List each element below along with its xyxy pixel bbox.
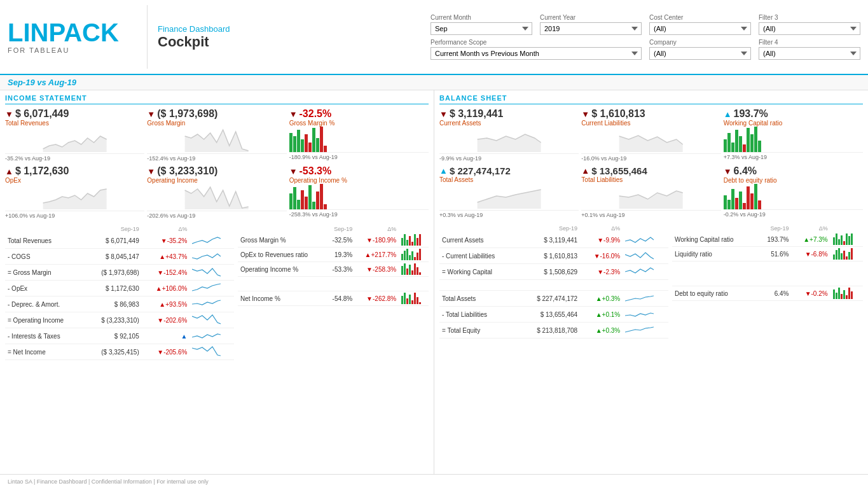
kpi-value-wcr: 193.7% <box>734 108 768 120</box>
table-row: = Working Capital $ 1,508,629 ▼-2.3% <box>439 264 668 280</box>
kpi-operating-income: ▼ ($ 3,233,310) Operating Income -202.6%… <box>147 165 286 219</box>
company-label: Company <box>649 39 751 46</box>
title-area: Finance Dashboard Cockpit <box>148 5 230 69</box>
current-year-select[interactable]: 2019 <box>540 22 642 35</box>
table-row: - Interests & Taxes $ 92,105 ▲ <box>5 328 234 344</box>
filter-performance-scope: Performance Scope Current Month vs Previ… <box>431 39 642 60</box>
bs-table-right: Sep-19 Δ% Working Capital ratio 193.7% ▲… <box>672 222 863 338</box>
kpi-arrow-opex: ▲ <box>5 167 13 176</box>
income-table-left: Sep-19 Δ% Total Revenues $ 6,071,449 ▼-3… <box>5 223 234 360</box>
company-select[interactable]: (All) <box>649 47 751 60</box>
kpi-comparison-oi-pct: -258.3% vs Aug-19 <box>289 211 429 218</box>
table-row: - Total Liabilities $ 13,655,464 ▲+0.1% <box>439 307 668 323</box>
income-statement-title: INCOME STATEMENT <box>5 94 429 104</box>
kpi-working-capital-ratio: ▲ 193.7% Working Capital ratio <box>724 108 863 162</box>
table-row: Working Capital ratio 193.7% ▲+7.3% <box>672 232 863 247</box>
filter-3: Filter 3 (All) <box>759 14 860 35</box>
bs-ratios-table: Sep-19 Δ% Working Capital ratio 193.7% ▲… <box>672 225 863 301</box>
kpi-value-opex: $ 1,172,630 <box>15 165 69 177</box>
kpi-value-ca: $ 3,119,441 <box>450 108 504 120</box>
svg-marker-6 <box>478 190 541 209</box>
sparkline-oi <box>147 184 286 209</box>
filter4-label: Filter 4 <box>759 39 860 46</box>
svg-marker-7 <box>619 191 683 209</box>
table-row: Total Revenues $ 6,071,449 ▼-35.2% <box>5 233 234 249</box>
kpi-name-gm: Gross Margin <box>147 120 286 127</box>
kpi-value-oi-pct: -53.3% <box>300 165 332 177</box>
svg-marker-5 <box>619 136 683 152</box>
table-row <box>238 277 429 291</box>
balance-sheet-panel: BALANCE SHEET ▼ $ 3,119,441 Current Asse… <box>434 90 868 474</box>
kpi-value-tl: $ 13,655,464 <box>591 165 647 176</box>
kpi-arrow-cl: ▼ <box>581 109 589 119</box>
kpi-gross-margin-pct: ▼ -32.5% Gross Margin % -180 <box>289 108 429 162</box>
kpi-debt-equity-ratio: ▼ 6.4% Debt to equity ratio <box>724 165 863 218</box>
kpi-arrow-oi: ▼ <box>147 167 155 176</box>
filter3-label: Filter 3 <box>759 14 860 21</box>
bar-chart-wcr <box>724 127 863 152</box>
performance-scope-label: Performance Scope <box>431 39 642 46</box>
performance-scope-select[interactable]: Current Month vs Previous Month <box>431 47 642 60</box>
kpi-arrow-ta: ▲ <box>439 166 448 176</box>
for-tableau-label: FOR TABLEAU <box>8 46 137 54</box>
filter4-select[interactable]: (All) <box>759 47 860 60</box>
kpi-name-oi: Operating Income <box>147 177 286 184</box>
cost-center-label: Cost Center <box>649 14 751 21</box>
table-row: Liquidity ratio 51.6% ▼-6.8% <box>672 247 863 261</box>
footer: Lintao SA | Finance Dashboard | Confiden… <box>0 474 868 488</box>
current-month-select[interactable]: Sep <box>431 22 532 35</box>
table-row: - Current Liabilities $ 1,610,813 ▼-16.0… <box>439 248 668 264</box>
filter-current-month: Current Month Sep <box>431 14 532 35</box>
kpi-value-gm-pct: -32.5% <box>300 108 332 120</box>
cost-center-select[interactable]: (All) <box>649 22 751 35</box>
kpi-arrow-der: ▼ <box>724 167 732 176</box>
table-row: Net Income % -54.8% ▼-262.8% <box>238 291 429 306</box>
sparkline-revenues <box>5 127 144 152</box>
table-row: = Operating Income $ (3,233,310) ▼-202.6… <box>5 312 234 328</box>
table-row <box>439 280 668 291</box>
filter-company: Company (All) <box>649 39 751 60</box>
svg-marker-2 <box>43 189 107 209</box>
kpi-comparison-oi: -202.6% vs Aug-19 <box>147 213 286 219</box>
kpi-arrow-wcr: ▲ <box>724 109 732 119</box>
kpi-value-der: 6.4% <box>734 165 757 177</box>
bar-chart-gm-pct <box>289 127 429 152</box>
kpi-name-revenues: Total Revenues <box>5 120 144 127</box>
logo-accent: PACK <box>48 18 118 46</box>
kpi-comparison-cl: -16.0% vs Aug-19 <box>581 155 720 162</box>
kpi-name-oi-pct: Operating Income % <box>289 177 429 184</box>
kpi-total-assets: ▲ $ 227,474,172 Total Assets +0.3% vs Au… <box>439 165 579 218</box>
table-row: Debt to equity ratio 6.4% ▼-0.2% <box>672 286 863 301</box>
current-month-label: Current Month <box>431 14 532 21</box>
bar-chart-oi-pct <box>289 184 429 209</box>
kpi-name-cl: Current Liabilities <box>581 120 720 127</box>
kpi-value-revenues: $ 6,071,449 <box>15 108 69 120</box>
kpi-comparison-wcr: +7.3% vs Aug-19 <box>724 154 863 160</box>
filter-current-year: Current Year 2019 <box>540 14 642 35</box>
table-row: = Gross Margin ($ 1,973,698) ▼-152.4% <box>5 265 234 281</box>
table-row <box>672 261 863 286</box>
sparkline-ta <box>439 183 579 209</box>
kpi-comparison-tl: +0.1% vs Aug-19 <box>581 212 720 218</box>
income-statement-panel: INCOME STATEMENT ▼ $ 6,071,449 Total Rev… <box>0 90 434 474</box>
kpi-value-oi: ($ 3,233,310) <box>157 165 217 177</box>
filter3-select[interactable]: (All) <box>759 22 860 35</box>
col-spark <box>189 225 234 233</box>
svg-marker-3 <box>185 187 249 209</box>
logo-base: LIN <box>8 18 48 46</box>
kpi-value-ta: $ 227,474,172 <box>450 165 511 176</box>
kpi-name-opex: OpEx <box>5 177 144 184</box>
table-row: Operating Income % -53.3% ▼-258.3% <box>238 262 429 277</box>
table-row: Current Assets $ 3,119,441 ▼-9.9% <box>439 232 668 248</box>
table-row: Gross Margin % -32.5% ▼-180.9% <box>238 233 429 247</box>
kpi-comparison-gm: -152.4% vs Aug-19 <box>147 155 286 162</box>
footer-text: Lintao SA | Finance Dashboard | Confiden… <box>8 478 209 485</box>
kpi-opex: ▲ $ 1,172,630 OpEx +106.0% vs Aug-19 <box>5 165 144 219</box>
sparkline-opex <box>5 184 144 209</box>
kpi-operating-income-pct: ▼ -53.3% Operating Income % <box>289 165 429 219</box>
svg-marker-1 <box>185 130 249 152</box>
kpi-arrow-revenues: ▼ <box>5 109 13 119</box>
kpi-total-revenues: ▼ $ 6,071,449 Total Revenues -35.2% vs A… <box>5 108 144 162</box>
sparkline-gm <box>147 127 286 152</box>
main-content: INCOME STATEMENT ▼ $ 6,071,449 Total Rev… <box>0 90 868 474</box>
